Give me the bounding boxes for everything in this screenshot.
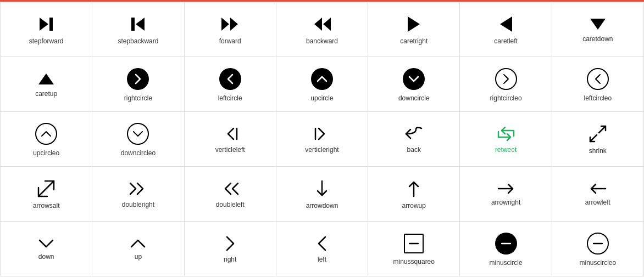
icon-cell-back[interactable]: back bbox=[368, 112, 460, 167]
arrowleft-label: arrowleft bbox=[585, 199, 610, 206]
doubleleft-label: doubleleft bbox=[216, 201, 245, 208]
caretright-label: caretright bbox=[400, 37, 428, 45]
leftcircleo-icon bbox=[587, 68, 609, 90]
svg-marker-5 bbox=[230, 18, 238, 31]
minuscircle-icon bbox=[495, 233, 517, 255]
svg-marker-9 bbox=[500, 16, 512, 32]
caretup-icon bbox=[37, 72, 55, 86]
svg-marker-2 bbox=[136, 18, 145, 31]
upcircle-icon bbox=[311, 68, 333, 90]
arrowup-label: arrowup bbox=[402, 202, 426, 210]
icon-cell-caretup[interactable]: caretup bbox=[1, 57, 92, 112]
downcircleo-icon bbox=[127, 123, 149, 145]
icon-cell-caretright[interactable]: caretright bbox=[368, 2, 460, 57]
svg-line-16 bbox=[38, 181, 54, 196]
icon-cell-shrink[interactable]: shrink bbox=[552, 112, 644, 167]
retweet-label: retweet bbox=[495, 146, 517, 154]
right-icon bbox=[225, 236, 235, 251]
retweet-icon bbox=[496, 126, 516, 142]
upcircleo-label: upcircleo bbox=[33, 149, 59, 157]
icon-cell-leftcircle[interactable]: leftcircle bbox=[185, 57, 276, 112]
up-label: up bbox=[135, 253, 142, 261]
icon-cell-upcircleo[interactable]: upcircleo bbox=[1, 112, 92, 167]
down-icon bbox=[38, 239, 54, 248]
caretdown-icon bbox=[589, 18, 607, 31]
right-label: right bbox=[224, 256, 236, 263]
icon-cell-doubleleft[interactable]: doubleleft bbox=[185, 167, 276, 222]
icon-cell-caretleft[interactable]: caretleft bbox=[460, 2, 552, 57]
icon-cell-arrowsalt[interactable]: arrowsalt bbox=[1, 167, 92, 222]
icon-cell-minussquareo[interactable]: minussquareo bbox=[368, 222, 460, 276]
icon-cell-downcircle[interactable]: downcircle bbox=[368, 57, 460, 112]
svg-marker-8 bbox=[408, 16, 420, 32]
upcircleo-icon bbox=[35, 123, 57, 145]
icon-cell-verticleleft[interactable]: verticleleft bbox=[185, 112, 276, 167]
verticleleft-label: verticleleft bbox=[215, 146, 245, 154]
icon-cell-downcircleo[interactable]: downcircleo bbox=[92, 112, 184, 167]
icon-cell-forward[interactable]: forward bbox=[185, 2, 276, 57]
icon-cell-up[interactable]: up bbox=[92, 222, 184, 276]
icon-cell-rightcircle[interactable]: rightcircle bbox=[92, 57, 184, 112]
icon-cell-stepbackward[interactable]: stepbackward bbox=[92, 2, 184, 57]
back-icon bbox=[405, 126, 423, 142]
icon-cell-arrowright[interactable]: arrowright bbox=[460, 167, 552, 222]
svg-line-15 bbox=[590, 135, 597, 142]
icon-cell-leftcircleo[interactable]: leftcircleo bbox=[552, 57, 644, 112]
icon-cell-verticleright[interactable]: verticleright bbox=[276, 112, 368, 167]
verticleright-label: verticleright bbox=[305, 146, 338, 154]
stepbackward-label: stepbackward bbox=[118, 37, 158, 45]
icon-cell-caretdown[interactable]: caretdown bbox=[552, 2, 644, 57]
icon-cell-stepforward[interactable]: stepforward bbox=[1, 2, 92, 57]
downcircle-label: downcircle bbox=[398, 94, 430, 102]
svg-marker-10 bbox=[590, 19, 606, 30]
icon-cell-arrowdown[interactable]: arrowdown bbox=[276, 167, 368, 222]
icon-cell-arrowleft[interactable]: arrowleft bbox=[552, 167, 644, 222]
shrink-label: shrink bbox=[589, 147, 607, 155]
icon-cell-rightcircleo[interactable]: rightcircleo bbox=[460, 57, 552, 112]
icon-cell-doubleright[interactable]: doubleright bbox=[92, 167, 184, 222]
arrowleft-icon bbox=[589, 183, 607, 194]
downcircle-icon bbox=[403, 68, 425, 90]
forward-label: forward bbox=[219, 37, 241, 45]
icon-cell-left[interactable]: left bbox=[276, 222, 368, 276]
icon-cell-banckward[interactable]: banckward bbox=[276, 2, 368, 57]
caretdown-label: caretdown bbox=[582, 35, 613, 43]
icon-grid: stepforward stepbackward forward banckwa… bbox=[0, 2, 644, 276]
caretright-icon bbox=[407, 15, 421, 33]
left-label: left bbox=[318, 256, 326, 263]
minussquareo-icon bbox=[404, 234, 424, 253]
shrink-icon bbox=[589, 125, 607, 143]
forward-icon bbox=[220, 15, 240, 33]
svg-marker-4 bbox=[221, 18, 229, 31]
leftcircle-label: leftcircle bbox=[218, 94, 242, 102]
minuscircle-label: minuscircle bbox=[490, 259, 523, 267]
verticleleft-icon bbox=[221, 126, 239, 142]
icon-cell-minuscircleo[interactable]: minuscircleo bbox=[552, 222, 644, 276]
rightcircleo-icon bbox=[495, 68, 517, 90]
icon-cell-arrowup[interactable]: arrowup bbox=[368, 167, 460, 222]
downcircleo-label: downcircleo bbox=[121, 149, 156, 157]
icon-cell-minuscircle[interactable]: minuscircle bbox=[460, 222, 552, 276]
arrowdown-label: arrowdown bbox=[306, 202, 338, 210]
verticleright-icon bbox=[313, 126, 331, 142]
banckward-label: banckward bbox=[306, 37, 338, 45]
icon-cell-retweet[interactable]: retweet bbox=[460, 112, 552, 167]
banckward-icon bbox=[312, 15, 332, 33]
arrowdown-icon bbox=[317, 180, 327, 197]
leftcircleo-label: leftcircleo bbox=[584, 94, 612, 102]
minussquareo-label: minussquareo bbox=[393, 258, 435, 265]
upcircle-label: upcircle bbox=[310, 94, 333, 102]
caretleft-icon bbox=[499, 15, 513, 33]
stepbackward-icon bbox=[129, 15, 147, 33]
arrowsalt-label: arrowsalt bbox=[33, 202, 60, 210]
svg-line-14 bbox=[599, 126, 606, 133]
icon-cell-down[interactable]: down bbox=[1, 222, 92, 276]
svg-marker-6 bbox=[323, 18, 331, 31]
icon-cell-right[interactable]: right bbox=[185, 222, 276, 276]
up-icon bbox=[130, 239, 146, 248]
icon-cell-upcircle[interactable]: upcircle bbox=[276, 57, 368, 112]
rightcircle-icon bbox=[127, 68, 149, 90]
arrowright-icon bbox=[497, 183, 515, 194]
arrowright-label: arrowright bbox=[491, 199, 520, 206]
caretleft-label: caretleft bbox=[494, 37, 518, 45]
